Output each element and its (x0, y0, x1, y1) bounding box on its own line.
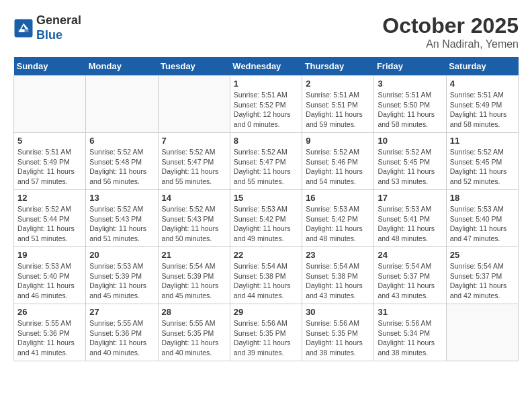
day-number: 22 (234, 250, 298, 260)
day-number: 14 (162, 193, 226, 203)
day-number: 20 (89, 250, 154, 260)
day-info: Sunrise: 5:52 AM Sunset: 5:43 PM Dayligh… (162, 204, 226, 244)
calendar-cell: 20Sunrise: 5:53 AM Sunset: 5:39 PM Dayli… (86, 247, 158, 304)
day-info: Sunrise: 5:53 AM Sunset: 5:42 PM Dayligh… (306, 204, 370, 244)
day-info: Sunrise: 5:51 AM Sunset: 5:52 PM Dayligh… (234, 90, 298, 130)
calendar-cell: 11Sunrise: 5:52 AM Sunset: 5:45 PM Dayli… (446, 133, 518, 190)
calendar-cell (86, 76, 158, 133)
day-number: 27 (89, 307, 154, 317)
day-info: Sunrise: 5:55 AM Sunset: 5:35 PM Dayligh… (162, 318, 226, 358)
day-number: 30 (306, 307, 370, 317)
weekday-header: Sunday (14, 57, 86, 76)
calendar-cell: 13Sunrise: 5:52 AM Sunset: 5:43 PM Dayli… (86, 190, 158, 247)
day-number: 19 (17, 250, 82, 260)
day-number: 23 (306, 250, 370, 260)
calendar-cell: 4Sunrise: 5:51 AM Sunset: 5:49 PM Daylig… (446, 76, 518, 133)
title-block: October 2025 An Nadirah, Yemen (382, 13, 519, 50)
calendar-cell: 18Sunrise: 5:53 AM Sunset: 5:40 PM Dayli… (446, 190, 518, 247)
month-title: October 2025 (382, 13, 519, 38)
calendar-cell: 25Sunrise: 5:54 AM Sunset: 5:37 PM Dayli… (446, 247, 518, 304)
day-info: Sunrise: 5:51 AM Sunset: 5:51 PM Dayligh… (306, 90, 370, 130)
calendar-cell: 19Sunrise: 5:53 AM Sunset: 5:40 PM Dayli… (14, 247, 86, 304)
week-row: 1Sunrise: 5:51 AM Sunset: 5:52 PM Daylig… (14, 76, 519, 133)
week-row: 19Sunrise: 5:53 AM Sunset: 5:40 PM Dayli… (14, 247, 519, 304)
calendar-cell: 16Sunrise: 5:53 AM Sunset: 5:42 PM Dayli… (302, 190, 374, 247)
weekday-header: Thursday (302, 57, 374, 76)
calendar-cell: 23Sunrise: 5:54 AM Sunset: 5:38 PM Dayli… (302, 247, 374, 304)
day-number: 10 (378, 136, 442, 146)
week-row: 5Sunrise: 5:51 AM Sunset: 5:49 PM Daylig… (14, 133, 519, 190)
weekday-header: Tuesday (158, 57, 230, 76)
calendar-cell: 5Sunrise: 5:51 AM Sunset: 5:49 PM Daylig… (14, 133, 86, 190)
day-number: 31 (378, 307, 442, 317)
day-info: Sunrise: 5:56 AM Sunset: 5:35 PM Dayligh… (234, 318, 298, 358)
day-info: Sunrise: 5:56 AM Sunset: 5:34 PM Dayligh… (378, 318, 442, 358)
day-number: 3 (378, 79, 442, 89)
day-info: Sunrise: 5:52 AM Sunset: 5:45 PM Dayligh… (450, 147, 515, 187)
day-info: Sunrise: 5:54 AM Sunset: 5:37 PM Dayligh… (378, 261, 442, 301)
day-number: 2 (306, 79, 370, 89)
day-info: Sunrise: 5:53 AM Sunset: 5:40 PM Dayligh… (450, 204, 515, 244)
calendar-cell: 31Sunrise: 5:56 AM Sunset: 5:34 PM Dayli… (374, 304, 446, 361)
location: An Nadirah, Yemen (382, 38, 519, 50)
calendar-cell: 6Sunrise: 5:52 AM Sunset: 5:48 PM Daylig… (86, 133, 158, 190)
calendar-cell: 14Sunrise: 5:52 AM Sunset: 5:43 PM Dayli… (158, 190, 230, 247)
day-info: Sunrise: 5:53 AM Sunset: 5:39 PM Dayligh… (89, 261, 154, 301)
calendar-cell (446, 304, 518, 361)
day-number: 15 (234, 193, 298, 203)
calendar-cell: 2Sunrise: 5:51 AM Sunset: 5:51 PM Daylig… (302, 76, 374, 133)
logo-text: General Blue (36, 13, 81, 42)
svg-rect-2 (19, 29, 29, 32)
day-info: Sunrise: 5:52 AM Sunset: 5:46 PM Dayligh… (306, 147, 370, 187)
day-number: 18 (450, 193, 515, 203)
day-info: Sunrise: 5:51 AM Sunset: 5:49 PM Dayligh… (450, 90, 515, 130)
calendar-cell: 9Sunrise: 5:52 AM Sunset: 5:46 PM Daylig… (302, 133, 374, 190)
logo: General Blue (13, 13, 81, 42)
weekday-header: Wednesday (230, 57, 302, 76)
day-info: Sunrise: 5:53 AM Sunset: 5:42 PM Dayligh… (234, 204, 298, 244)
calendar-cell: 22Sunrise: 5:54 AM Sunset: 5:38 PM Dayli… (230, 247, 302, 304)
calendar-cell: 3Sunrise: 5:51 AM Sunset: 5:50 PM Daylig… (374, 76, 446, 133)
day-info: Sunrise: 5:53 AM Sunset: 5:40 PM Dayligh… (17, 261, 82, 301)
calendar-cell: 28Sunrise: 5:55 AM Sunset: 5:35 PM Dayli… (158, 304, 230, 361)
day-number: 21 (162, 250, 226, 260)
svg-rect-0 (15, 19, 33, 37)
day-info: Sunrise: 5:52 AM Sunset: 5:44 PM Dayligh… (17, 204, 82, 244)
day-info: Sunrise: 5:51 AM Sunset: 5:50 PM Dayligh… (378, 90, 442, 130)
day-number: 11 (450, 136, 515, 146)
calendar-cell: 24Sunrise: 5:54 AM Sunset: 5:37 PM Dayli… (374, 247, 446, 304)
day-info: Sunrise: 5:51 AM Sunset: 5:49 PM Dayligh… (17, 147, 82, 187)
calendar-body: 1Sunrise: 5:51 AM Sunset: 5:52 PM Daylig… (14, 76, 519, 361)
calendar-cell: 8Sunrise: 5:52 AM Sunset: 5:47 PM Daylig… (230, 133, 302, 190)
day-info: Sunrise: 5:54 AM Sunset: 5:39 PM Dayligh… (162, 261, 226, 301)
day-info: Sunrise: 5:55 AM Sunset: 5:36 PM Dayligh… (89, 318, 154, 358)
day-number: 1 (234, 79, 298, 89)
day-number: 24 (378, 250, 442, 260)
calendar-cell: 30Sunrise: 5:56 AM Sunset: 5:35 PM Dayli… (302, 304, 374, 361)
calendar-cell: 15Sunrise: 5:53 AM Sunset: 5:42 PM Dayli… (230, 190, 302, 247)
week-row: 26Sunrise: 5:55 AM Sunset: 5:36 PM Dayli… (14, 304, 519, 361)
calendar-header-row: SundayMondayTuesdayWednesdayThursdayFrid… (14, 57, 519, 76)
calendar-cell: 27Sunrise: 5:55 AM Sunset: 5:36 PM Dayli… (86, 304, 158, 361)
day-info: Sunrise: 5:52 AM Sunset: 5:47 PM Dayligh… (162, 147, 226, 187)
day-number: 7 (162, 136, 226, 146)
calendar-cell: 12Sunrise: 5:52 AM Sunset: 5:44 PM Dayli… (14, 190, 86, 247)
day-info: Sunrise: 5:52 AM Sunset: 5:45 PM Dayligh… (378, 147, 442, 187)
week-row: 12Sunrise: 5:52 AM Sunset: 5:44 PM Dayli… (14, 190, 519, 247)
day-number: 12 (17, 193, 82, 203)
day-number: 8 (234, 136, 298, 146)
day-info: Sunrise: 5:53 AM Sunset: 5:41 PM Dayligh… (378, 204, 442, 244)
day-number: 25 (450, 250, 515, 260)
day-number: 5 (17, 136, 82, 146)
day-info: Sunrise: 5:56 AM Sunset: 5:35 PM Dayligh… (306, 318, 370, 358)
calendar-cell: 1Sunrise: 5:51 AM Sunset: 5:52 PM Daylig… (230, 76, 302, 133)
day-info: Sunrise: 5:54 AM Sunset: 5:38 PM Dayligh… (234, 261, 298, 301)
weekday-header: Saturday (446, 57, 518, 76)
weekday-header: Monday (86, 57, 158, 76)
calendar-cell: 26Sunrise: 5:55 AM Sunset: 5:36 PM Dayli… (14, 304, 86, 361)
day-info: Sunrise: 5:52 AM Sunset: 5:48 PM Dayligh… (89, 147, 154, 187)
day-number: 28 (162, 307, 226, 317)
day-number: 6 (89, 136, 154, 146)
calendar-cell: 10Sunrise: 5:52 AM Sunset: 5:45 PM Dayli… (374, 133, 446, 190)
calendar-cell: 17Sunrise: 5:53 AM Sunset: 5:41 PM Dayli… (374, 190, 446, 247)
